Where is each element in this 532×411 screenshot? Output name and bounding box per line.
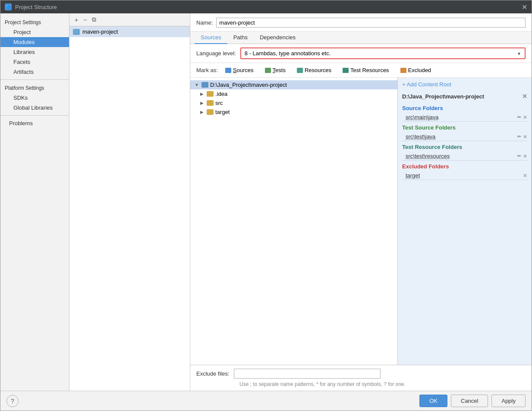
source-folder-edit-button[interactable]: ✏ bbox=[517, 114, 521, 120]
module-toolbar: + − ⧉ bbox=[69, 13, 190, 26]
exclude-files-input[interactable] bbox=[234, 369, 381, 379]
tree-idea-label: .idea bbox=[215, 91, 227, 97]
tree-item-target[interactable]: ▶ target bbox=[190, 107, 397, 117]
help-button[interactable]: ? bbox=[6, 395, 19, 407]
sidebar-item-facets[interactable]: Facets bbox=[0, 57, 69, 67]
test-resource-folder-edit-button[interactable]: ✏ bbox=[517, 153, 521, 159]
sidebar-divider2 bbox=[0, 115, 69, 116]
sidebar-item-modules[interactable]: Modules bbox=[0, 37, 69, 47]
dialog-title: Project Structure bbox=[15, 4, 57, 10]
project-structure-dialog: 🔷 Project Structure ✕ Project Settings P… bbox=[0, 0, 532, 411]
tree-item-idea[interactable]: ▶ .idea bbox=[190, 89, 397, 98]
test-source-folder-edit-button[interactable]: ✏ bbox=[517, 134, 521, 139]
mark-test-resources-label: Test Resources bbox=[350, 67, 389, 73]
resources-folder-icon bbox=[297, 68, 303, 73]
sidebar-item-artifacts[interactable]: Artifacts bbox=[0, 67, 69, 77]
excluded-folder-remove-button[interactable]: ✕ bbox=[523, 173, 527, 179]
mark-sources-label: Sources bbox=[233, 67, 254, 73]
mark-as-sources-button[interactable]: Sources bbox=[221, 66, 258, 75]
sidebar-item-project[interactable]: Project bbox=[0, 27, 69, 37]
tree-toggle-root[interactable]: ▼ bbox=[194, 82, 200, 87]
tree-toggle-target[interactable]: ▶ bbox=[199, 110, 205, 114]
test-resources-folder-icon bbox=[343, 68, 349, 73]
mark-as-label: Mark as: bbox=[196, 67, 218, 73]
tree-item-src[interactable]: ▶ src bbox=[190, 98, 397, 107]
mark-excluded-label: Excluded bbox=[408, 67, 431, 73]
tree-src-label: src bbox=[215, 100, 223, 106]
sidebar-item-sdks[interactable]: SDKs bbox=[0, 93, 69, 103]
test-source-folders-label: Test Source Folders bbox=[402, 123, 527, 132]
mark-as-row: Mark as: Sources Tests Resources Test Re… bbox=[190, 63, 532, 78]
test-source-folder-remove-button[interactable]: ✕ bbox=[523, 134, 527, 140]
module-folder-icon bbox=[73, 29, 80, 35]
excluded-folder-icon bbox=[400, 68, 406, 73]
excluded-folder-actions: ✕ bbox=[523, 173, 527, 179]
footer: ? OK Cancel Apply bbox=[0, 391, 532, 411]
app-icon: 🔷 bbox=[5, 3, 12, 10]
language-level-select[interactable]: 3 - Enums, varargs, binary literals, etc… bbox=[241, 48, 525, 58]
exclude-files-hint: Use ; to separate name patterns, * for a… bbox=[196, 381, 526, 387]
module-name: maven-project bbox=[82, 28, 118, 35]
mark-as-tests-button[interactable]: Tests bbox=[261, 66, 290, 75]
tests-folder-icon bbox=[265, 68, 271, 73]
mark-tests-label: Tests bbox=[273, 67, 286, 73]
test-source-folder-entry: src\test\java ✏ ✕ bbox=[402, 133, 527, 141]
source-folder-name: src\main\java bbox=[406, 114, 439, 120]
sources-folder-icon bbox=[225, 68, 231, 73]
title-bar: 🔷 Project Structure ✕ bbox=[0, 0, 532, 13]
remove-module-button[interactable]: − bbox=[82, 16, 88, 24]
excluded-folders-label: Excluded Folders bbox=[402, 161, 527, 171]
module-item[interactable]: maven-project bbox=[69, 26, 190, 37]
test-resource-folder-remove-button[interactable]: ✕ bbox=[523, 153, 527, 159]
root-folder-icon bbox=[201, 82, 208, 88]
tab-paths[interactable]: Paths bbox=[227, 32, 254, 44]
copy-module-button[interactable]: ⧉ bbox=[90, 15, 98, 24]
content-root-path: D:\Java_Project\maven-project bbox=[402, 93, 484, 100]
exclude-files-row: Exclude files: bbox=[196, 369, 526, 379]
name-label: Name: bbox=[196, 19, 213, 26]
excluded-folder-name: target bbox=[406, 172, 420, 179]
tree-target-label: target bbox=[215, 109, 230, 115]
tree-toggle-idea[interactable]: ▶ bbox=[199, 92, 205, 96]
cancel-button[interactable]: Cancel bbox=[451, 395, 488, 407]
tab-sources[interactable]: Sources bbox=[195, 32, 227, 44]
language-row: Language level: 3 - Enums, varargs, bina… bbox=[190, 44, 532, 63]
target-folder-icon bbox=[207, 109, 214, 115]
platform-settings-label: Platform Settings bbox=[0, 82, 69, 93]
tree-root-item[interactable]: ▼ D:\Java_Project\maven-project bbox=[190, 80, 397, 89]
ok-button[interactable]: OK bbox=[419, 395, 447, 407]
source-folder-remove-button[interactable]: ✕ bbox=[523, 114, 527, 120]
main-content: Name: Sources Paths Dependencies Languag… bbox=[190, 13, 532, 391]
tree-root-label: D:\Java_Project\maven-project bbox=[210, 82, 287, 88]
mark-as-resources-button[interactable]: Resources bbox=[293, 66, 335, 75]
tabs-bar: Sources Paths Dependencies bbox=[190, 32, 532, 44]
close-icon[interactable]: ✕ bbox=[522, 3, 527, 11]
add-content-root-button[interactable]: + Add Content Root bbox=[402, 81, 451, 88]
mark-as-test-resources-button[interactable]: Test Resources bbox=[339, 66, 393, 75]
test-resource-folder-name: src\test\resources bbox=[406, 153, 450, 159]
add-content-root-row: + Add Content Root bbox=[402, 81, 527, 88]
close-content-root-button[interactable]: ✕ bbox=[522, 93, 527, 100]
sidebar-item-problems[interactable]: Problems bbox=[0, 118, 69, 128]
mark-resources-label: Resources bbox=[305, 67, 331, 73]
name-row: Name: bbox=[190, 13, 532, 32]
title-bar-left: 🔷 Project Structure bbox=[5, 3, 57, 10]
apply-button[interactable]: Apply bbox=[491, 395, 526, 407]
mark-as-excluded-button[interactable]: Excluded bbox=[397, 66, 435, 75]
source-folder-entry: src\main\java ✏ ✕ bbox=[402, 113, 527, 122]
test-resource-folders-label: Test Resource Folders bbox=[402, 142, 527, 151]
tree-toggle-src[interactable]: ▶ bbox=[199, 101, 205, 105]
test-resource-folder-entry: src\test\resources ✏ ✕ bbox=[402, 152, 527, 161]
test-source-folder-actions: ✏ ✕ bbox=[517, 134, 527, 140]
add-module-button[interactable]: + bbox=[73, 16, 80, 24]
excluded-folder-entry: target ✕ bbox=[402, 171, 527, 180]
tab-dependencies[interactable]: Dependencies bbox=[254, 32, 302, 44]
src-folder-icon bbox=[207, 100, 214, 106]
source-folder-actions: ✏ ✕ bbox=[517, 114, 527, 120]
sidebar-item-libraries[interactable]: Libraries bbox=[0, 47, 69, 57]
module-name-input[interactable] bbox=[216, 18, 526, 28]
content-root-title-row: D:\Java_Project\maven-project ✕ bbox=[402, 91, 527, 102]
sidebar-item-global-libraries[interactable]: Global Libraries bbox=[0, 103, 69, 113]
language-level-label: Language level: bbox=[196, 50, 236, 57]
idea-folder-icon bbox=[207, 91, 214, 97]
